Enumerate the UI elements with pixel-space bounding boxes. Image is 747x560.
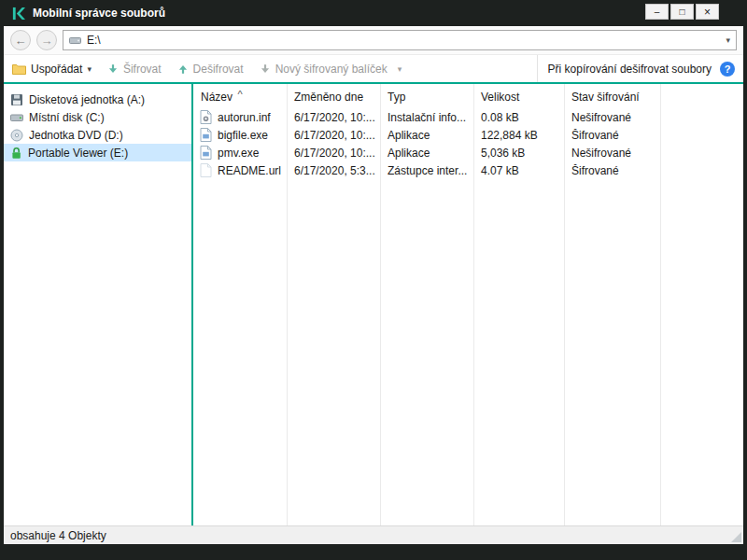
file-size: 0.08 kB: [473, 111, 564, 124]
organize-button[interactable]: Uspořádat ▾: [12, 63, 92, 76]
package-dropdown-button[interactable]: ▾: [398, 64, 402, 74]
maximize-icon: □: [679, 7, 684, 17]
file-name: autorun.inf: [218, 111, 271, 124]
window-title: Mobilní správce souborů: [33, 7, 165, 20]
chevron-down-icon: ▾: [87, 64, 92, 74]
file-encryption-status: Šifrované: [564, 129, 743, 142]
main-area: Disketová jednotka (A:) Místní disk (C:)…: [4, 84, 743, 525]
file-type: Instalační info...: [380, 111, 473, 124]
file-name: pmv.exe: [218, 147, 259, 160]
file-modified: 6/17/2020, 10:...: [287, 129, 380, 142]
minimize-icon: –: [655, 7, 660, 17]
column-header-label: Název: [201, 91, 233, 104]
status-bar: obsahuje 4 Objekty: [4, 525, 743, 544]
file-size: 4.07 kB: [473, 164, 564, 177]
file-name: README.url: [218, 164, 281, 177]
file-type: Zástupce inter...: [380, 164, 473, 177]
decrypt-on-copy-toggle[interactable]: Při kopírování dešifrovat soubory: [548, 63, 712, 76]
column-header-name[interactable]: ^ Název: [193, 91, 287, 104]
file-name-cell: README.url: [193, 163, 287, 177]
file-name-cell: bigfile.exe: [193, 128, 287, 142]
file-encryption-status: Šifrované: [564, 164, 743, 177]
column-header-size[interactable]: Velikost: [473, 91, 564, 104]
address-dropdown-icon[interactable]: ▾: [726, 35, 730, 45]
back-button[interactable]: ←: [10, 30, 31, 50]
sidebar-item-local-disk-c[interactable]: Místní disk (C:): [4, 108, 191, 126]
file-row[interactable]: autorun.inf 6/17/2020, 10:... Instalační…: [193, 108, 743, 126]
organize-label: Uspořádat: [31, 63, 82, 76]
titlebar[interactable]: Mobilní správce souborů – □ ×: [0, 0, 747, 26]
file-modified: 6/17/2020, 10:...: [287, 147, 380, 160]
toolbar: Uspořádat ▾ Šifrovat Dešifrovat Nový: [4, 55, 743, 84]
sort-ascending-icon: ^: [237, 90, 242, 99]
back-arrow-icon: ←: [15, 35, 27, 47]
decrypt-arrow-icon: [177, 63, 189, 75]
toolbar-right-group: Při kopírování dešifrovat soubory ?: [537, 55, 735, 82]
url-file-icon: [200, 163, 212, 177]
file-row[interactable]: bigfile.exe 6/17/2020, 10:... Aplikace 1…: [193, 126, 743, 144]
column-header-type[interactable]: Typ: [380, 91, 473, 104]
drive-icon: [69, 35, 81, 46]
file-size: 5,036 kB: [473, 147, 564, 160]
sidebar-item-floppy-a[interactable]: Disketová jednotka (A:): [4, 91, 191, 108]
column-header-label: Stav šifrování: [571, 91, 640, 104]
sidebar-item-dvd-d[interactable]: Jednotka DVD (D:): [4, 126, 191, 144]
file-name-cell: autorun.inf: [193, 110, 287, 124]
file-row[interactable]: README.url 6/17/2020, 5:3... Zástupce in…: [193, 161, 743, 179]
decrypt-button[interactable]: Dešifrovat: [177, 63, 244, 76]
new-encrypted-package-button[interactable]: Nový šifrovaný balíček: [260, 63, 388, 76]
new-encrypted-package-label: Nový šifrovaný balíček: [275, 63, 388, 76]
column-header-label: Typ: [388, 91, 405, 104]
file-size: 122,884 kB: [473, 129, 564, 142]
app-window: Mobilní správce souborů – □ × ← → E:\ ▾: [0, 0, 747, 560]
address-bar[interactable]: E:\ ▾: [63, 30, 737, 50]
file-list: ^ Název Změněno dne Typ Velikost Stav ši…: [193, 84, 743, 525]
folder-icon: [12, 63, 26, 75]
drive-tree: Disketová jednotka (A:) Místní disk (C:)…: [4, 84, 191, 525]
close-button[interactable]: ×: [696, 4, 719, 20]
window-controls: – □ ×: [645, 4, 719, 20]
exe-file-icon: [200, 146, 212, 160]
file-name: bigfile.exe: [218, 129, 268, 142]
column-header-status[interactable]: Stav šifrování: [564, 91, 743, 104]
kaspersky-logo-icon: [11, 7, 25, 21]
lock-icon: [10, 147, 22, 160]
sidebar-item-label: Disketová jednotka (A:): [29, 93, 145, 106]
file-modified: 6/17/2020, 5:3...: [287, 164, 380, 177]
navigation-bar: ← → E:\ ▾: [4, 26, 743, 55]
help-icon[interactable]: ?: [720, 62, 735, 77]
exe-file-icon: [200, 128, 212, 142]
encrypt-arrow-icon: [107, 63, 119, 75]
file-modified: 6/17/2020, 10:...: [287, 111, 380, 124]
column-header-modified[interactable]: Změněno dne: [287, 91, 380, 104]
floppy-icon: [10, 93, 23, 106]
maximize-button[interactable]: □: [670, 4, 694, 20]
sidebar-item-portable-viewer-e[interactable]: Portable Viewer (E:): [4, 144, 191, 161]
window-body: ← → E:\ ▾ Uspořádat ▾: [4, 26, 743, 544]
column-header-label: Změněno dne: [294, 91, 363, 104]
encrypt-button[interactable]: Šifrovat: [107, 63, 162, 76]
forward-button[interactable]: →: [36, 30, 57, 50]
dvd-icon: [10, 129, 23, 142]
chevron-down-icon: ▾: [398, 64, 402, 74]
file-type: Aplikace: [380, 129, 473, 142]
address-text: E:\: [87, 34, 101, 47]
hdd-icon: [10, 111, 23, 124]
file-encryption-status: Nešifrované: [564, 111, 743, 124]
status-text: obsahuje 4 Objekty: [10, 529, 106, 542]
file-name-cell: pmv.exe: [193, 146, 287, 160]
package-arrow-icon: [260, 63, 271, 75]
sidebar-item-label: Místní disk (C:): [29, 111, 105, 124]
encrypt-label: Šifrovat: [123, 63, 162, 76]
forward-arrow-icon: →: [41, 35, 53, 47]
file-encryption-status: Nešifrované: [564, 147, 743, 160]
file-type: Aplikace: [380, 147, 473, 160]
close-icon: ×: [704, 7, 711, 18]
file-row[interactable]: pmv.exe 6/17/2020, 10:... Aplikace 5,036…: [193, 144, 743, 161]
resize-grip[interactable]: [731, 532, 741, 542]
sidebar-item-label: Jednotka DVD (D:): [29, 129, 123, 142]
minimize-button[interactable]: –: [645, 4, 669, 20]
list-header: ^ Název Změněno dne Typ Velikost Stav ši…: [193, 84, 743, 108]
decrypt-label: Dešifrovat: [193, 63, 244, 76]
column-header-label: Velikost: [481, 91, 519, 104]
